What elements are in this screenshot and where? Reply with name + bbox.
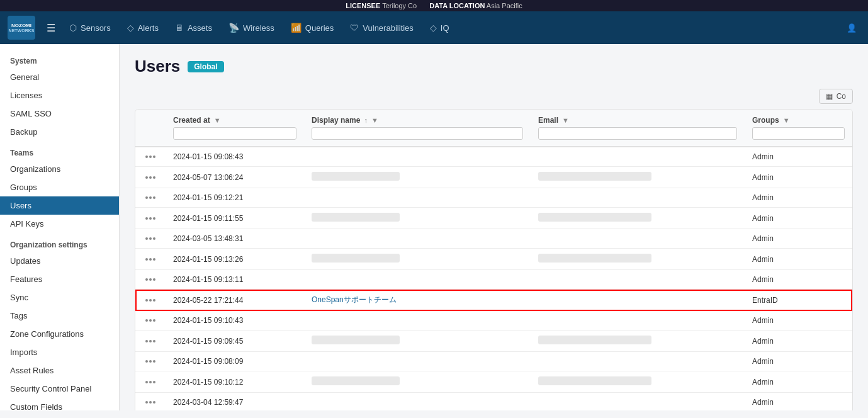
table-row: 2024-01-15 09:08:43Admin [135,147,852,167]
nav-item-assets[interactable]: 🖥 Assets [167,19,220,37]
email-filter-icon[interactable]: ▼ [562,116,569,124]
table-body: 2024-01-15 09:08:43Admin2024-05-07 13:06… [135,147,852,410]
groups-filter-input[interactable] [752,127,845,140]
sidebar-item-sync[interactable]: Sync [0,288,119,307]
nav-item-alerts[interactable]: ◇ Alerts [120,19,166,37]
groups-filter-icon[interactable]: ▼ [783,116,790,124]
row-menu-button[interactable] [143,337,158,345]
col-email: Email ▼ [531,110,745,147]
row-menu-button[interactable] [143,256,158,263]
row-groups: Admin [745,229,852,249]
created-at-filter-input[interactable] [173,127,296,140]
nav-item-wireless[interactable]: 📡 Wireless [221,19,282,37]
row-actions-cell [135,393,166,411]
nav-item-vulnerabilities[interactable]: 🛡 Vulnerabilities [342,19,420,37]
row-email [531,147,745,167]
row-menu-button[interactable] [143,297,158,304]
row-email [531,352,745,371]
assets-icon: 🖥 [175,23,184,33]
sidebar-item-security-control-panel[interactable]: Security Control Panel [0,380,119,398]
table-row: 2024-01-15 09:10:43Admin [135,311,852,330]
sidebar-item-updates[interactable]: Updates [0,252,119,270]
row-created-at: 2024-01-15 09:08:43 [166,147,304,167]
sidebar-item-saml-sso[interactable]: SAML SSO [0,104,119,123]
row-actions-cell [135,352,166,371]
sensors-icon: ⬡ [69,23,77,33]
table-row: 2024-01-15 09:12:21Admin [135,188,852,208]
row-menu-button[interactable] [143,358,158,365]
row-menu-button[interactable] [143,235,158,242]
row-groups: EntraID [745,290,852,311]
display-name-filter-input[interactable] [312,127,523,140]
row-menu-button[interactable] [143,317,158,324]
global-badge: Global [188,61,223,72]
sidebar-item-backup[interactable]: Backup [0,123,119,141]
nav-item-sensors[interactable]: ⬡ Sensors [62,19,118,37]
row-display-name [304,393,531,411]
email-filter-input[interactable] [538,127,737,140]
row-menu-button[interactable] [143,174,158,181]
row-display-name [304,330,531,352]
sidebar-item-zone-configurations[interactable]: Zone Configurations [0,325,119,343]
row-created-at: 2024-01-15 09:08:09 [166,352,304,371]
row-created-at: 2024-05-22 17:21:44 [166,290,304,311]
row-email [531,290,745,311]
sidebar-item-tags[interactable]: Tags [0,307,119,325]
row-email [531,188,745,208]
sidebar-section-org-settings: Organization settings [0,233,119,252]
display-name-sort-icon[interactable]: ↑ [364,116,368,124]
row-email [531,330,745,352]
table-row: 2024-01-15 09:13:11Admin [135,270,852,290]
row-email [531,167,745,188]
page-header: Users Global [135,57,853,76]
table-row: 2024-01-15 09:11:55Admin [135,208,852,229]
row-created-at: 2024-01-15 09:13:26 [166,249,304,270]
row-actions-cell [135,330,166,352]
sidebar-item-groups[interactable]: Groups [0,178,119,196]
row-menu-button[interactable] [143,276,158,283]
hamburger-button[interactable]: ☰ [43,18,59,38]
col-groups-label: Groups [752,116,779,125]
sidebar-item-custom-fields[interactable]: Custom Fields [0,398,119,410]
nav-profile[interactable]: 👤 [843,20,860,37]
row-display-name [304,311,531,330]
row-email [531,208,745,229]
col-email-label: Email [538,116,558,125]
toolbar: ▦ Co [135,89,853,104]
row-menu-button[interactable] [143,153,158,161]
sidebar-item-api-keys[interactable]: API Keys [0,215,119,233]
sidebar-item-asset-rules[interactable]: Asset Rules [0,361,119,380]
row-groups: Admin [745,311,852,330]
row-menu-button[interactable] [143,215,158,222]
row-created-at: 2024-01-15 09:13:11 [166,270,304,290]
logo: NOZOMI NETWORKS [8,16,35,40]
row-groups: Admin [745,167,852,188]
table-row: 2024-01-15 09:08:09Admin [135,352,852,371]
sidebar-item-organizations[interactable]: Organizations [0,160,119,178]
row-created-at: 2024-01-15 09:09:45 [166,330,304,352]
sidebar-item-users[interactable]: Users [0,196,119,215]
row-groups: Admin [745,270,852,290]
main-content: Users Global ▦ Co Created at ▼ [120,44,868,410]
sidebar-section-system: System [0,49,119,68]
iq-icon: ◇ [430,23,437,33]
users-table: Created at ▼ Display name ↑ ▼ [135,110,852,410]
row-menu-button[interactable] [143,398,158,406]
row-menu-button[interactable] [143,378,158,386]
col-created-at-label: Created at [173,116,210,125]
row-actions-cell [135,167,166,188]
sidebar-item-licenses[interactable]: Licenses [0,86,119,104]
row-actions-cell [135,147,166,167]
sidebar-item-imports[interactable]: Imports [0,343,119,361]
row-menu-button[interactable] [143,194,158,201]
row-actions-cell [135,229,166,249]
sidebar-item-features[interactable]: Features [0,270,119,288]
nav-item-queries[interactable]: 📶 Queries [283,19,342,37]
sidebar-item-general[interactable]: General [0,68,119,86]
created-at-filter-icon[interactable]: ▼ [214,116,221,124]
columns-button[interactable]: ▦ Co [819,89,853,104]
nav-item-iq[interactable]: ◇ IQ [422,19,457,37]
display-name-filter-icon[interactable]: ▼ [371,116,378,124]
licensee-label: LICENSEE Terilogy Co [346,2,417,9]
table-row: 2024-03-05 13:48:31Admin [135,229,852,249]
